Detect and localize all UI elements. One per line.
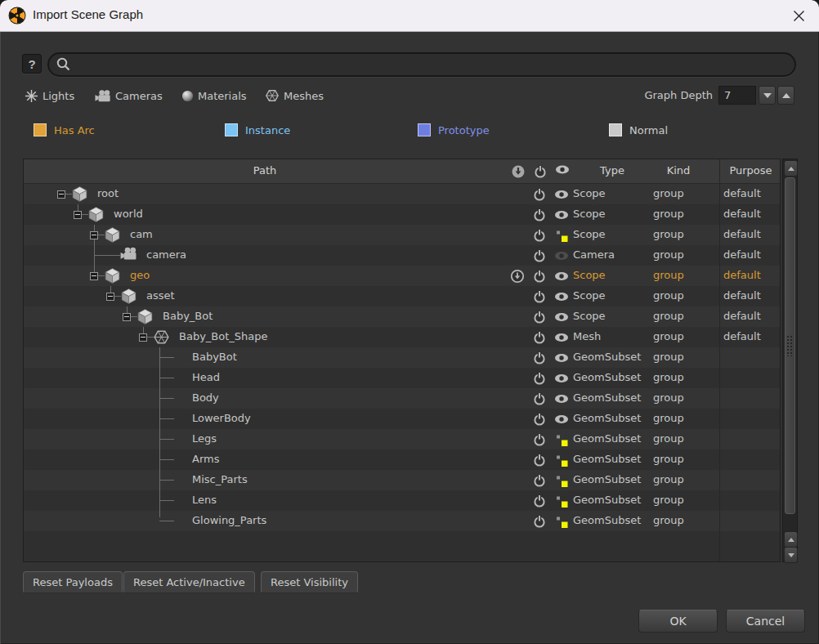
active-toggle-icon[interactable]: [532, 248, 547, 263]
visibility-toggle-icon[interactable]: [554, 391, 569, 406]
graph-depth-increment-button[interactable]: [777, 86, 794, 105]
active-toggle-icon[interactable]: [532, 514, 547, 529]
visibility-override-icon[interactable]: [554, 453, 569, 467]
active-toggle-icon[interactable]: [532, 289, 547, 304]
close-button[interactable]: [788, 6, 809, 25]
visibility-toggle-icon[interactable]: [554, 371, 569, 386]
collapse-toggle[interactable]: [90, 231, 98, 239]
scrollbar-thumb[interactable]: [785, 177, 795, 514]
cell-purpose: default: [723, 269, 761, 281]
scroll-down-button[interactable]: [784, 547, 798, 563]
collapse-toggle[interactable]: [123, 313, 131, 321]
search-input[interactable]: [80, 58, 786, 72]
tree-row-camera[interactable]: camera: [24, 245, 780, 266]
titlebar[interactable]: Import Scene Graph: [0, 0, 819, 32]
filter-meshes[interactable]: Meshes: [265, 87, 324, 105]
payload-loaded-icon[interactable]: [510, 269, 525, 284]
legend-instance: Instance: [225, 122, 290, 138]
collapse-toggle[interactable]: [106, 293, 114, 301]
tree-row-cam[interactable]: cam: [24, 225, 780, 245]
active-toggle-icon[interactable]: [532, 351, 547, 365]
cell-purpose: default: [723, 310, 761, 322]
reset-visibility-button[interactable]: Reset Visibility: [261, 571, 358, 593]
visibility-toggle-dim-icon[interactable]: [554, 248, 569, 263]
search-icon: [56, 56, 72, 73]
graph-depth-decrement-button[interactable]: [759, 86, 776, 105]
camera-icon: [120, 247, 137, 264]
help-button[interactable]: ?: [22, 54, 42, 74]
filter-lights[interactable]: Lights: [25, 87, 74, 105]
search-box[interactable]: [47, 52, 796, 77]
ok-button[interactable]: OK: [638, 610, 718, 633]
tree-row-asset[interactable]: asset: [24, 286, 780, 306]
light-star-icon: [25, 89, 38, 103]
cell-kind: group: [653, 310, 684, 322]
collapse-toggle[interactable]: [90, 272, 98, 280]
collapse-toggle[interactable]: [74, 211, 82, 219]
tree-line: [159, 459, 174, 460]
active-toggle-icon[interactable]: [532, 391, 547, 406]
tree-row-LowerBody[interactable]: LowerBody: [24, 409, 780, 429]
tree-row-Lens[interactable]: Lens: [24, 490, 780, 511]
reset-active-inactive-button[interactable]: Reset Active/Inactive: [123, 571, 255, 593]
active-toggle-icon[interactable]: [532, 371, 547, 386]
column-header-purpose: Purpose: [720, 164, 781, 177]
graph-depth-input[interactable]: 7: [718, 86, 756, 105]
active-toggle-icon[interactable]: [532, 453, 547, 467]
active-toggle-icon[interactable]: [532, 432, 547, 447]
tree-line: [159, 500, 174, 501]
mesh-icon: [153, 329, 170, 346]
cell-type: GeomSubset: [573, 494, 641, 506]
visibility-toggle-icon[interactable]: [554, 208, 569, 222]
visibility-toggle-icon[interactable]: [554, 310, 569, 324]
tree-row-Baby_Bot[interactable]: Baby_Bot: [24, 306, 780, 327]
visibility-override-icon[interactable]: [554, 432, 569, 447]
tree-row-Misc_Parts[interactable]: Misc_Parts: [24, 470, 780, 490]
prim-cube-icon: [104, 267, 121, 284]
active-toggle-icon[interactable]: [532, 494, 547, 508]
collapse-toggle[interactable]: [139, 333, 147, 342]
tree-row-root[interactable]: root: [24, 184, 780, 204]
visibility-override-icon[interactable]: [554, 494, 569, 508]
active-toggle-icon[interactable]: [532, 473, 547, 488]
scroll-up-button[interactable]: [784, 160, 798, 177]
active-toggle-icon[interactable]: [532, 228, 547, 243]
filter-materials[interactable]: Materials: [181, 87, 247, 105]
tree-row-Arms[interactable]: Arms: [24, 449, 780, 470]
tree-row-geo[interactable]: geo: [24, 266, 780, 286]
prim-cube-icon: [120, 288, 137, 305]
cell-type: Scope: [573, 187, 606, 199]
visibility-toggle-icon[interactable]: [554, 412, 569, 427]
tree-row-Baby_Bot_Shape[interactable]: Baby_Bot_Shape: [24, 327, 780, 347]
visibility-toggle-icon[interactable]: [554, 330, 569, 345]
visibility-override-icon[interactable]: [554, 514, 569, 529]
tree-row-Legs[interactable]: Legs: [24, 429, 780, 449]
scroll-up-button-bottom[interactable]: [784, 531, 798, 548]
visibility-toggle-icon[interactable]: [554, 269, 569, 284]
active-toggle-icon[interactable]: [532, 310, 547, 324]
tree-row-world[interactable]: world: [24, 204, 780, 225]
visibility-toggle-icon[interactable]: [554, 289, 569, 304]
tree-row-Glowing_Parts[interactable]: Glowing_Parts: [24, 511, 780, 531]
active-toggle-icon[interactable]: [532, 330, 547, 345]
reset-payloads-button[interactable]: Reset Payloads: [23, 571, 123, 593]
active-toggle-icon[interactable]: [532, 187, 547, 202]
cell-purpose: default: [723, 187, 761, 199]
chevron-up-icon: [782, 93, 790, 98]
tree-row-BabyBot[interactable]: BabyBot: [24, 347, 780, 368]
visibility-toggle-icon[interactable]: [554, 187, 569, 202]
collapse-toggle[interactable]: [57, 190, 65, 199]
visibility-override-icon[interactable]: [554, 228, 569, 243]
visibility-toggle-icon[interactable]: [554, 351, 569, 365]
active-toggle-icon[interactable]: [532, 412, 547, 427]
cancel-button[interactable]: Cancel: [726, 610, 805, 633]
cell-type: Scope: [573, 228, 606, 240]
active-toggle-icon[interactable]: [532, 208, 547, 222]
active-toggle-icon[interactable]: [532, 269, 547, 284]
cell-kind: group: [653, 412, 684, 424]
visibility-override-icon[interactable]: [554, 473, 569, 488]
tree-row-Body[interactable]: Body: [24, 388, 780, 409]
table-scrollbar[interactable]: [782, 159, 798, 562]
filter-cameras[interactable]: Cameras: [95, 87, 163, 105]
tree-row-Head[interactable]: Head: [24, 368, 780, 388]
